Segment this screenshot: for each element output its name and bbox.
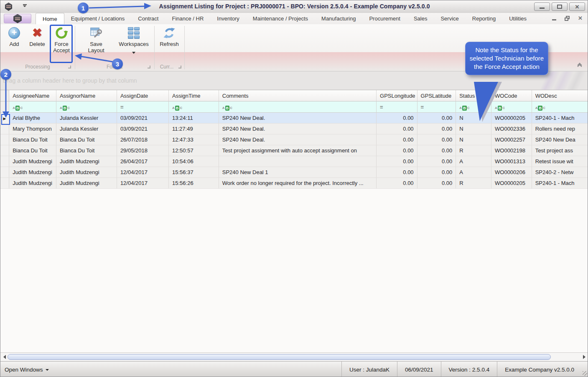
cell-WODesc[interactable]: SP240-1 - Mach [532, 113, 588, 124]
column-header-WODesc[interactable]: WODesc [532, 90, 588, 101]
cell-AssignTime[interactable]: 10:54:06 [169, 156, 219, 167]
cell-AssigneeName[interactable]: Judith Mudzengi [9, 156, 56, 167]
cell-GPSLatitude[interactable]: 0.00 [417, 124, 456, 134]
row-indicator[interactable] [0, 145, 9, 156]
minimize-button[interactable] [534, 3, 550, 11]
column-header-WOCode[interactable]: WOCode [491, 90, 532, 101]
delete-button[interactable]: ✖ Delete [25, 25, 50, 47]
cell-AssignTime[interactable]: 15:56:26 [169, 178, 219, 189]
cell-Comments[interactable]: SP240 New Deal. [219, 134, 377, 145]
cell-WOCode[interactable]: WO0000205 [491, 178, 532, 189]
mdi-restore-icon[interactable] [565, 16, 570, 21]
cell-AssignTime[interactable]: 12:47:33 [169, 134, 219, 145]
cell-AssignDate[interactable]: 26/07/2018 [117, 134, 169, 145]
cell-Status[interactable]: N [456, 124, 491, 134]
tab-maintenance-projects[interactable]: Maintenance / Projects [246, 13, 315, 24]
cell-AssignTime[interactable]: 15:56:37 [169, 167, 219, 178]
cell-WODesc[interactable]: SP240 New Dea [532, 134, 588, 145]
scroll-right-icon[interactable] [583, 355, 585, 359]
add-button[interactable]: + Add [2, 25, 27, 47]
cell-AssignDate[interactable]: 03/09/2021 [117, 113, 169, 124]
cell-AssigneeName[interactable]: Judith Mudzengi [9, 178, 56, 189]
cell-AssigneeName[interactable]: Bianca Du Toit [9, 134, 56, 145]
tab-reporting[interactable]: Reporting [466, 13, 502, 24]
cell-WOCode[interactable]: WO0000206 [491, 167, 532, 178]
cell-Status[interactable]: A [456, 167, 491, 178]
row-indicator[interactable] [0, 178, 9, 189]
row-indicator[interactable] [0, 156, 9, 167]
column-header-AssignTime[interactable]: AssignTime [169, 90, 219, 101]
table-row[interactable]: Judith MudzengiJudith Mudzengi12/04/2017… [0, 167, 588, 178]
row-indicator[interactable] [0, 134, 9, 145]
workspaces-button[interactable]: Workspaces [117, 25, 150, 56]
cell-Comments[interactable]: Test project assignment with auto accept… [219, 145, 377, 156]
column-header-AssignorName[interactable]: AssignorName [56, 90, 117, 101]
table-row[interactable]: ▶Arial BlytheJulanda Kessler03/09/202113… [0, 113, 588, 124]
open-windows-dropdown[interactable]: Open Windows [5, 367, 49, 373]
scroll-left-icon[interactable] [3, 355, 6, 359]
maximize-button[interactable] [552, 3, 568, 11]
cell-GPSLatitude[interactable]: 0.00 [417, 113, 456, 124]
cell-WOCode[interactable]: WO0002336 [491, 124, 532, 134]
cell-GPSLatitude[interactable]: 0.00 [417, 134, 456, 145]
filter-cell-GPSLongitude[interactable]: = [377, 101, 417, 113]
cell-Status[interactable]: N [456, 113, 491, 124]
cell-AssignTime[interactable]: 13:24:11 [169, 113, 219, 124]
cell-AssignDate[interactable]: 12/04/2017 [117, 167, 169, 178]
close-button[interactable]: ✕ [569, 3, 585, 11]
cell-GPSLatitude[interactable]: 0.00 [417, 167, 456, 178]
cell-AssignorName[interactable]: Judith Mudzengi [56, 178, 117, 189]
column-header-Comments[interactable]: Comments [219, 90, 377, 101]
cell-GPSLongitude[interactable]: 0.00 [377, 156, 417, 167]
row-indicator[interactable] [0, 124, 9, 134]
filter-cell-AssignDate[interactable]: = [117, 101, 169, 113]
cell-Comments[interactable]: SP240 New Deal. [219, 113, 377, 124]
column-header-AssigneeName[interactable]: AssigneeName [9, 90, 56, 101]
cell-Comments[interactable]: Work order no longer required for the pr… [219, 178, 377, 189]
cell-AssignDate[interactable]: 12/04/2017 [117, 178, 169, 189]
cell-AssigneeName[interactable]: Bianca Du Toit [9, 145, 56, 156]
application-button[interactable] [4, 14, 31, 23]
dialog-launcher-icon[interactable] [68, 66, 71, 68]
cell-WOCode[interactable]: WO0000205 [491, 113, 532, 124]
filter-cell-AssignorName[interactable]: ABC [56, 101, 117, 113]
dialog-launcher-icon[interactable] [178, 66, 181, 68]
column-header-GPSLatitude[interactable]: GPSLatitude [417, 90, 456, 101]
filter-cell-GPSLatitude[interactable]: = [417, 101, 456, 113]
cell-GPSLatitude[interactable]: 0.00 [417, 178, 456, 189]
cell-AssignTime[interactable]: 11:27:49 [169, 124, 219, 134]
cell-AssignorName[interactable]: Bianca Du Toit [56, 145, 117, 156]
save-layout-button[interactable]: Save Layout [82, 25, 110, 53]
collapse-ribbon-icon[interactable] [577, 63, 583, 70]
cell-GPSLongitude[interactable]: 0.00 [377, 134, 417, 145]
filter-cell-Status[interactable]: ABC [456, 101, 491, 113]
table-row[interactable]: Bianca Du ToitBianca Du Toit26/07/201812… [0, 134, 588, 145]
tab-contract[interactable]: Contract [131, 13, 165, 24]
row-indicator[interactable] [0, 167, 9, 178]
cell-AssigneeName[interactable]: Arial Blythe [9, 113, 56, 124]
cell-WODesc[interactable]: Test project ass [532, 145, 588, 156]
filter-cell-Comments[interactable]: ABC [219, 101, 377, 113]
refresh-button[interactable]: Refresh [157, 25, 182, 47]
cell-AssignorName[interactable]: Judith Mudzengi [56, 156, 117, 167]
cell-Status[interactable]: R [456, 145, 491, 156]
cell-WODesc[interactable]: Rollers need rep [532, 124, 588, 134]
filter-cell-AssignTime[interactable]: ABC [169, 101, 219, 113]
cell-AssigneeName[interactable]: Judith Mudzengi [9, 167, 56, 178]
cell-Comments[interactable]: SP240 New Deal 1 [219, 167, 377, 178]
cell-AssigneeName[interactable]: Mary Thompson [9, 124, 56, 134]
resize-grip[interactable] [582, 362, 588, 377]
scrollbar-thumb[interactable] [8, 354, 551, 360]
tab-service[interactable]: Service [434, 13, 465, 24]
cell-GPSLatitude[interactable]: 0.00 [417, 145, 456, 156]
column-header-AssignDate[interactable]: AssignDate [117, 90, 169, 101]
cell-WOCode[interactable]: WO0002257 [491, 134, 532, 145]
cell-WODesc[interactable]: Retest issue wit [532, 156, 588, 167]
cell-AssignDate[interactable]: 03/09/2021 [117, 124, 169, 134]
column-header-GPSLongitude[interactable]: GPSLongitude [377, 90, 417, 101]
cell-GPSLongitude[interactable]: 0.00 [377, 124, 417, 134]
cell-AssignorName[interactable]: Bianca Du Toit [56, 134, 117, 145]
cell-GPSLongitude[interactable]: 0.00 [377, 167, 417, 178]
cell-WODesc[interactable]: SP240-1 - Mach [532, 178, 588, 189]
row-indicator[interactable]: ▶ [0, 113, 9, 124]
